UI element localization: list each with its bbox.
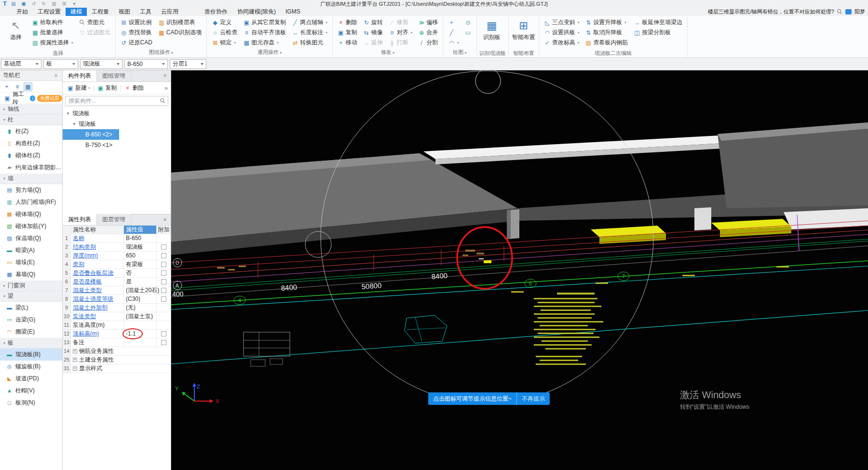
sidebar-item-edge-member[interactable]: 约束边缘非阴影... [0,161,62,174]
delete-button[interactable]: 删除 [335,17,360,27]
sidebar-section-axis[interactable]: 轴线 [0,104,62,115]
draw-rect-button[interactable] [462,27,474,38]
identify-floor-table-button[interactable]: 识别楼层表 [156,17,204,27]
draw-spot-button[interactable] [462,17,474,27]
expand-icon[interactable] [73,358,77,362]
auto-align-slab-button[interactable]: 自动平齐顶板 [241,27,288,38]
sidebar-item-spiral-slab[interactable]: 螺旋板(B) [0,361,62,373]
property-name[interactable]: 混凝土类型 [71,286,124,295]
property-name[interactable]: 厚度(mm) [71,252,124,260]
property-group[interactable]: 钢筋业务属性 [71,347,157,355]
floor-select[interactable]: 基础层 [1,59,41,69]
save-icon[interactable] [21,1,27,7]
tab-view[interactable]: 视图 [114,8,135,16]
group-label-draw[interactable]: 绘图 [446,49,474,56]
tab-drawing-manage[interactable]: 图纸管理 [97,70,131,81]
property-value[interactable]: 有梁板 [124,260,157,269]
offset-button[interactable]: 偏移 [416,17,440,27]
property-name[interactable]: 泵送类型 [71,312,124,321]
sidebar-section-slab[interactable]: 板 [0,338,62,349]
attach-checkbox[interactable] [161,253,166,258]
sidebar-item-ring-beam[interactable]: 圈梁(E) [0,326,62,338]
dropdown-icon[interactable] [71,1,77,7]
property-name[interactable]: 名称 [71,234,124,242]
help-question-link[interactable]: 楼层三维显示图元/轴网有错位，位置不对应如何处理? [708,8,834,15]
sidebar-item-cast-slab[interactable]: 现浇板(B) [0,349,62,361]
draw-arc-button[interactable] [446,38,461,48]
attach-checkbox[interactable] [161,296,166,302]
sidebar-item-insulation-wall[interactable]: 保温墙(Q) [0,232,62,244]
new-component-button[interactable]: 新建 [65,83,93,93]
find-replace-button[interactable]: 查找替换 [118,27,155,38]
element-type-select[interactable]: 现浇板 [80,59,122,69]
select-tool-button[interactable]: 选择 [3,17,28,41]
property-value[interactable] [124,321,157,329]
close-icon[interactable] [53,72,59,79]
check-elevation-button[interactable]: 查改标高 [542,38,582,48]
split-button[interactable]: 分割 [416,38,440,48]
print-icon[interactable] [51,1,57,7]
tree-node-root[interactable]: ▼现浇板 [63,108,171,119]
component-select[interactable]: B-650 [124,59,168,69]
sidebar-item-constructional-column[interactable]: 构造柱(Z) [0,137,62,149]
set-raise-lower-button[interactable]: 设置升降板 [583,17,630,27]
tab-project-settings[interactable]: 工程设置 [33,8,66,16]
tab-modeling[interactable]: 建模 [66,8,87,16]
property-name[interactable]: 混凝土外加剂 [71,304,124,312]
draw-line-button[interactable] [446,27,461,38]
tab-cloud-app[interactable]: 云应用 [156,8,183,16]
expand-icon[interactable] [73,349,77,353]
close-icon[interactable] [162,72,168,79]
search-input[interactable] [65,96,168,106]
define-button[interactable]: 定义 [209,17,240,27]
attach-checkbox[interactable] [161,331,166,336]
sidebar-section-column[interactable]: 柱 [0,115,62,125]
property-value[interactable]: (混凝土20石) [124,286,157,295]
expand-icon[interactable] [73,366,77,371]
tab-cost-collaboration[interactable]: 造价协作 [200,8,232,16]
property-value[interactable]: -1.1 [124,330,157,338]
property-value[interactable]: (混凝土泵) [124,312,157,321]
length-annotation-button[interactable]: 长度标注 [289,27,330,38]
property-value[interactable]: B-650 [124,234,157,242]
sidebar-item-column[interactable]: 柱(Z) [0,125,62,137]
attach-checkbox[interactable] [161,340,166,345]
attach-checkbox[interactable] [161,244,166,250]
group-label-modify[interactable]: 修改 [335,49,441,56]
property-name[interactable]: 混凝土强度等级 [71,295,124,303]
sidebar-section-opening[interactable]: 门窗洞 [0,281,62,291]
slab-extend-button[interactable]: 板延伸至墙梁边 [631,17,685,27]
property-group[interactable]: 显示样式 [71,364,157,373]
tree-expand-icon[interactable]: ▼ [66,111,70,116]
lock-button[interactable]: 锁定 [209,38,240,48]
tab-tools[interactable]: 工具 [135,8,156,16]
sidebar-item-dark-beam[interactable]: 暗梁(A) [0,244,62,256]
search-icon[interactable] [837,9,842,14]
property-value[interactable]: 否 [124,269,157,277]
property-name[interactable]: 结构类别 [71,243,124,251]
batch-select-button[interactable]: 批量选择 [29,27,76,38]
user-name[interactable]: 阳梦 [854,8,865,15]
mirror-button[interactable]: 镜像 [361,27,385,38]
attach-checkbox[interactable] [161,262,166,267]
dismiss-tooltip-button[interactable]: 不再提示 [516,392,550,405]
sidebar-item-column-cap[interactable]: 柱帽(V) [0,385,62,397]
group-label-sheet-operations[interactable]: 图纸操作 [118,49,204,56]
copy-button[interactable]: 复制 [335,27,360,38]
group-label-common-operations[interactable]: 通用操作 [209,49,330,56]
sidebar-item-construction-section[interactable]: 施工段 免费试用 [0,93,62,104]
layer-select[interactable]: 分层1 [170,59,206,69]
property-name[interactable]: 是否叠合板后浇 [71,269,124,277]
overflow-icon[interactable] [164,85,169,92]
rotate-button[interactable]: 旋转 [361,17,385,27]
element-store-button[interactable]: 图元存盘 [241,38,288,48]
sidebar-item-slab-hole[interactable]: 板洞(N) [0,397,62,409]
tree-node-group[interactable]: ▼现浇板 [63,119,171,129]
split-by-beam-button[interactable]: 按梁分割板 [631,27,685,38]
tab-collaborative-modeling[interactable]: 协同建模(限免) [232,8,281,16]
file-icon[interactable] [11,1,16,7]
property-name[interactable]: 顶标高(m) [71,330,124,338]
tab-quantity[interactable]: 工程量 [87,8,114,16]
view-icon[interactable] [61,1,67,7]
plus-icon[interactable] [2,82,11,91]
